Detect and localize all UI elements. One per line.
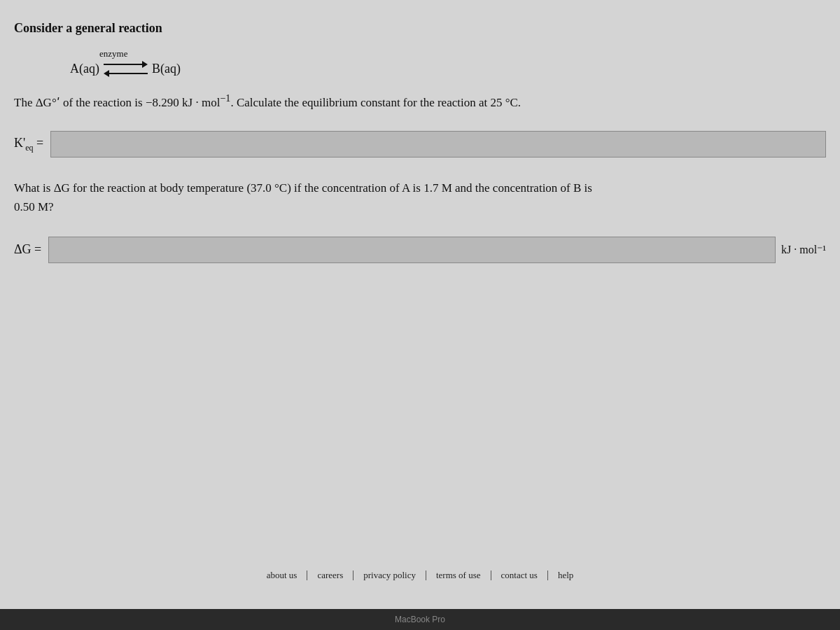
ag-input[interactable] (48, 237, 776, 263)
keq-row: K'eq = (14, 131, 826, 158)
main-content: Consider a general reaction enzyme A(aq)… (0, 0, 840, 609)
reactant-label: A(aq) (70, 62, 99, 76)
question-title: Consider a general reaction (14, 21, 826, 36)
arrow-left (104, 70, 148, 77)
what-is-ag-question: What is ΔG for the reaction at body temp… (14, 178, 826, 216)
arrow-right (104, 61, 148, 68)
macbook-bar: MacBook Pro (0, 609, 840, 630)
product-label: B(aq) (152, 62, 181, 76)
macbook-label: MacBook Pro (395, 615, 445, 624)
ag-unit: kJ · mol⁻¹ (781, 243, 826, 256)
arrow-line-right (104, 64, 142, 65)
enzyme-label: enzyme (99, 48, 127, 59)
ag-row: ΔG = kJ · mol⁻¹ (14, 237, 826, 263)
keq-input[interactable] (50, 131, 826, 158)
footer-careers[interactable]: careers (307, 570, 353, 581)
arrow-head-right (142, 61, 148, 68)
reaction-equation: A(aq) B(aq) (70, 61, 181, 77)
footer-terms-of-use[interactable]: terms of use (426, 570, 491, 581)
keq-label: K'eq = (14, 136, 43, 153)
delta-g-statement: The ΔG°ʹ of the reaction is −8.290 kJ · … (14, 91, 826, 111)
arrow-line-left (109, 73, 148, 74)
arrow-head-left (104, 70, 109, 77)
ag-label: ΔG = (14, 242, 41, 257)
footer-help[interactable]: help (548, 570, 583, 581)
footer-privacy-policy[interactable]: privacy policy (354, 570, 426, 581)
footer-contact-us[interactable]: contact us (491, 570, 547, 581)
equilibrium-arrow (104, 61, 148, 77)
footer: about us careers privacy policy terms of… (0, 570, 840, 581)
footer-about-us[interactable]: about us (257, 570, 307, 581)
reaction-block: enzyme A(aq) B(aq) (70, 48, 826, 77)
